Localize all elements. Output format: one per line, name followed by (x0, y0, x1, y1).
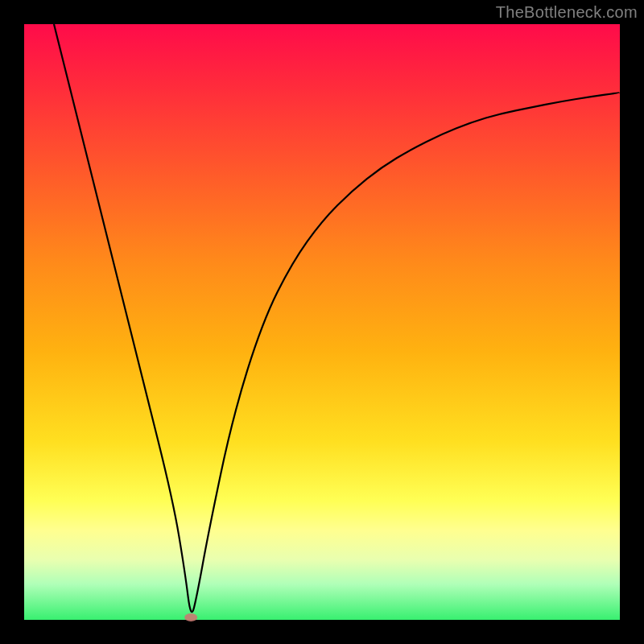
chart-frame: TheBottleneck.com (0, 0, 644, 644)
bottleneck-curve (24, 24, 620, 620)
watermark-text: TheBottleneck.com (496, 3, 638, 22)
minimum-marker (184, 613, 197, 621)
curve-line (54, 24, 620, 612)
plot-area (24, 24, 620, 620)
